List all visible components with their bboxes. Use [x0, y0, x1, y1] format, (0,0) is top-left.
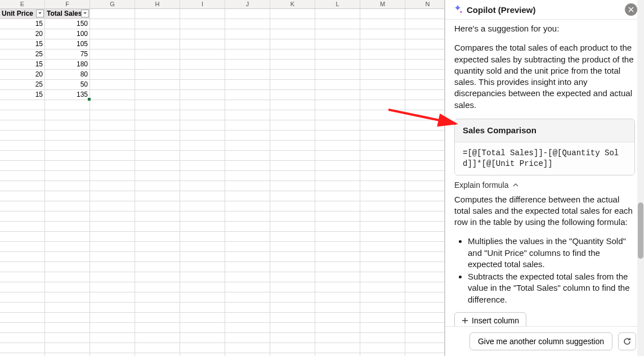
empty-cell[interactable]	[360, 29, 405, 39]
empty-cell[interactable]	[180, 90, 225, 100]
col-header[interactable]: E	[0, 0, 45, 8]
empty-cell[interactable]	[405, 161, 445, 170]
empty-cell[interactable]	[225, 201, 270, 211]
empty-cell[interactable]	[225, 70, 270, 79]
empty-cell[interactable]	[135, 19, 180, 29]
empty-cell[interactable]	[360, 80, 405, 89]
empty-cell[interactable]	[315, 70, 360, 79]
empty-cell[interactable]	[45, 181, 90, 191]
empty-cell[interactable]	[180, 120, 225, 130]
another-suggestion-button[interactable]: Give me another column suggestion	[469, 332, 612, 350]
col-header[interactable]: F	[45, 0, 90, 8]
empty-cell[interactable]	[180, 242, 225, 251]
empty-cell[interactable]	[180, 282, 225, 292]
close-button[interactable]	[625, 3, 637, 16]
empty-cell[interactable]	[90, 252, 135, 262]
empty-cell[interactable]	[90, 171, 135, 181]
col-header[interactable]: M	[360, 0, 405, 8]
empty-cell[interactable]	[135, 262, 180, 272]
empty-cell[interactable]	[315, 141, 360, 150]
col-header[interactable]: K	[270, 0, 315, 8]
empty-cell[interactable]	[0, 282, 45, 292]
empty-cell[interactable]	[90, 60, 135, 69]
empty-cell[interactable]	[270, 242, 315, 251]
cell-total-sales[interactable]: 100	[45, 29, 90, 39]
empty-cell[interactable]	[270, 292, 315, 302]
empty-cell[interactable]	[0, 313, 45, 322]
empty-cell[interactable]	[225, 323, 270, 332]
empty-cell[interactable]	[225, 161, 270, 170]
empty-cell[interactable]	[315, 9, 360, 19]
empty-cell[interactable]	[180, 80, 225, 89]
empty-cell[interactable]	[225, 9, 270, 19]
empty-cell[interactable]	[225, 60, 270, 69]
empty-cell[interactable]	[135, 141, 180, 150]
empty-cell[interactable]	[360, 201, 405, 211]
empty-cell[interactable]	[90, 80, 135, 89]
empty-cell[interactable]	[180, 292, 225, 302]
empty-cell[interactable]	[315, 333, 360, 343]
empty-cell[interactable]	[270, 181, 315, 191]
empty-cell[interactable]	[315, 292, 360, 302]
empty-cell[interactable]	[270, 353, 315, 356]
empty-cell[interactable]	[90, 130, 135, 140]
empty-cell[interactable]	[270, 333, 315, 343]
empty-cell[interactable]	[90, 282, 135, 292]
cell-total-sales[interactable]: 135	[45, 90, 90, 100]
empty-cell[interactable]	[0, 130, 45, 140]
empty-cell[interactable]	[360, 323, 405, 332]
empty-cell[interactable]	[180, 161, 225, 170]
empty-cell[interactable]	[45, 232, 90, 241]
empty-cell[interactable]	[135, 161, 180, 170]
empty-cell[interactable]	[135, 80, 180, 89]
empty-cell[interactable]	[270, 90, 315, 100]
empty-cell[interactable]	[180, 272, 225, 282]
formula-code[interactable]: =[@[Total Sales]]-[@[Quantity Sold]]*[@[…	[455, 142, 634, 175]
empty-cell[interactable]	[270, 262, 315, 272]
empty-cell[interactable]	[90, 120, 135, 130]
empty-cell[interactable]	[180, 252, 225, 262]
empty-cell[interactable]	[225, 29, 270, 39]
empty-cell[interactable]	[0, 343, 45, 353]
empty-cell[interactable]	[315, 222, 360, 231]
empty-cell[interactable]	[180, 333, 225, 343]
empty-cell[interactable]	[0, 252, 45, 262]
empty-cell[interactable]	[90, 323, 135, 332]
empty-cell[interactable]	[0, 232, 45, 241]
empty-cell[interactable]	[135, 201, 180, 211]
empty-cell[interactable]	[270, 151, 315, 160]
empty-cell[interactable]	[180, 191, 225, 201]
filter-button[interactable]	[36, 10, 44, 17]
empty-cell[interactable]	[0, 171, 45, 181]
empty-cell[interactable]	[225, 211, 270, 221]
empty-cell[interactable]	[180, 201, 225, 211]
empty-cell[interactable]	[225, 130, 270, 140]
empty-cell[interactable]	[45, 343, 90, 353]
empty-cell[interactable]	[225, 232, 270, 241]
empty-cell[interactable]	[270, 252, 315, 262]
empty-cell[interactable]	[90, 222, 135, 231]
empty-cell[interactable]	[315, 130, 360, 140]
empty-cell[interactable]	[225, 333, 270, 343]
empty-cell[interactable]	[360, 171, 405, 181]
empty-cell[interactable]	[135, 313, 180, 322]
cell-total-sales[interactable]: 180	[45, 60, 90, 69]
empty-cell[interactable]	[180, 29, 225, 39]
empty-cell[interactable]	[270, 120, 315, 130]
empty-cell[interactable]	[225, 191, 270, 201]
empty-cell[interactable]	[90, 353, 135, 356]
empty-cell[interactable]	[135, 232, 180, 241]
empty-cell[interactable]	[90, 90, 135, 100]
empty-cell[interactable]	[405, 201, 445, 211]
cell-total-sales[interactable]: 50	[45, 80, 90, 89]
empty-cell[interactable]	[0, 292, 45, 302]
empty-cell[interactable]	[315, 313, 360, 322]
empty-cell[interactable]	[360, 252, 405, 262]
empty-cell[interactable]	[405, 151, 445, 160]
empty-cell[interactable]	[135, 252, 180, 262]
empty-cell[interactable]	[270, 211, 315, 221]
empty-cell[interactable]	[315, 120, 360, 130]
empty-cell[interactable]	[405, 252, 445, 262]
empty-cell[interactable]	[135, 130, 180, 140]
empty-cell[interactable]	[0, 262, 45, 272]
